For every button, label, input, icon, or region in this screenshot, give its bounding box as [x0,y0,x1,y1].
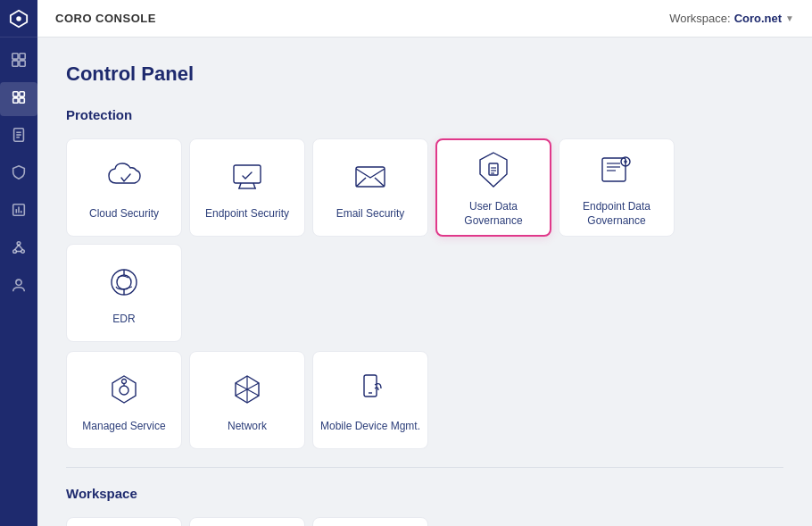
endpoint-data-governance-icon [593,146,640,193]
svg-point-1 [16,16,21,21]
chevron-down-icon: ▼ [785,13,794,23]
svg-point-24 [16,280,21,285]
main-area: CORO CONSOLE Workspace: Coro.net ▼ Contr… [37,0,812,526]
user-icon [11,277,27,296]
svg-point-19 [13,250,17,254]
protection-section: Protection Cloud Security [66,107,783,449]
managed-service-label: Managed Service [77,420,170,434]
email-security-label: Email Security [331,207,410,221]
endpoint-data-governance-label: Endpoint Data Governance [559,200,674,228]
svg-rect-8 [13,98,18,103]
network-icon [224,366,270,413]
workspace-selector[interactable]: Workspace: Coro.net ▼ [669,12,794,25]
endpoint-security-item[interactable]: Endpoint Security [189,138,305,237]
email-security-item[interactable]: Email Security [312,138,428,237]
protection-workspace-divider [66,467,783,468]
managed-service-icon [101,366,147,413]
workspace-label: Workspace: [669,12,730,25]
sidebar-item-connections[interactable] [0,232,37,266]
svg-rect-25 [234,165,261,183]
workspace-section: Workspace Users [66,486,783,526]
svg-line-21 [15,245,20,249]
svg-rect-3 [20,54,25,59]
svg-rect-4 [12,61,18,66]
user-data-governance-label: User Data Governance [437,200,550,228]
svg-rect-2 [12,54,18,59]
endpoint-data-governance-item[interactable]: Endpoint Data Governance [559,138,675,237]
endpoint-security-label: Endpoint Security [200,207,294,221]
docs-icon [11,127,27,146]
edr-item[interactable]: EDR [66,244,182,342]
svg-point-18 [17,242,21,246]
sidebar-item-user[interactable] [0,270,37,304]
cloud-security-item[interactable]: Cloud Security [66,138,182,237]
edr-label: EDR [107,313,140,327]
app-title: CORO CONSOLE [55,12,156,25]
sidebar [0,0,37,526]
users-item[interactable]: Users [66,517,182,526]
mobile-device-mgmt-icon [347,366,394,413]
connections-icon [11,239,27,259]
sidebar-nav [0,38,37,304]
devices-item[interactable]: Devices [189,517,305,526]
network-label: Network [222,420,272,434]
managed-service-item[interactable]: Managed Service [66,351,182,449]
app-shell: CORO CONSOLE Workspace: Coro.net ▼ Contr… [0,0,812,526]
svg-marker-30 [480,153,507,187]
svg-line-27 [253,183,255,188]
workspace-section-title: Workspace [66,486,783,501]
user-data-governance-item[interactable]: User Data Governance [435,138,551,237]
svg-rect-7 [20,92,24,96]
email-security-icon [347,154,394,200]
shield-icon [11,164,27,184]
dashboard-icon [11,52,27,71]
content-area: Control Panel Protection Cloud Secu [37,38,812,526]
protection-grid-row1: Cloud Security [66,138,783,342]
svg-line-26 [239,183,241,188]
sidebar-item-shield[interactable] [0,157,37,191]
cloud-applications-item[interactable]: Cloud Applications [312,517,428,526]
svg-rect-35 [602,158,626,181]
svg-rect-29 [356,167,385,187]
network-item[interactable]: Network [189,351,305,449]
modules-icon [11,89,27,109]
protection-section-title: Protection [66,107,783,122]
svg-rect-6 [13,92,18,96]
cloud-security-icon [101,154,147,200]
sidebar-item-docs[interactable] [0,120,37,154]
mobile-device-mgmt-item[interactable]: Mobile Device Mgmt. [312,351,428,449]
logo[interactable] [0,0,37,38]
cloud-security-label: Cloud Security [84,207,164,221]
svg-point-47 [120,386,128,395]
svg-point-48 [122,380,127,384]
sidebar-item-dashboard[interactable] [0,45,37,79]
svg-rect-9 [20,98,24,103]
sidebar-item-modules[interactable] [0,82,37,116]
endpoint-security-icon [224,154,270,200]
svg-line-22 [19,245,23,249]
svg-point-20 [21,250,25,254]
user-data-governance-icon [470,146,517,193]
mobile-device-mgmt-label: Mobile Device Mgmt. [315,420,426,434]
svg-rect-5 [20,61,25,66]
workspace-name: Coro.net [734,12,782,25]
edr-icon [101,259,147,305]
page-title: Control Panel [66,63,783,86]
sidebar-item-reports[interactable] [0,195,37,229]
protection-grid-row2: Managed Service Network [66,351,783,449]
report-icon [11,202,27,221]
topbar: CORO CONSOLE Workspace: Coro.net ▼ [37,0,812,38]
workspace-grid-row1: Users Devices [66,517,783,526]
svg-marker-46 [112,376,136,403]
